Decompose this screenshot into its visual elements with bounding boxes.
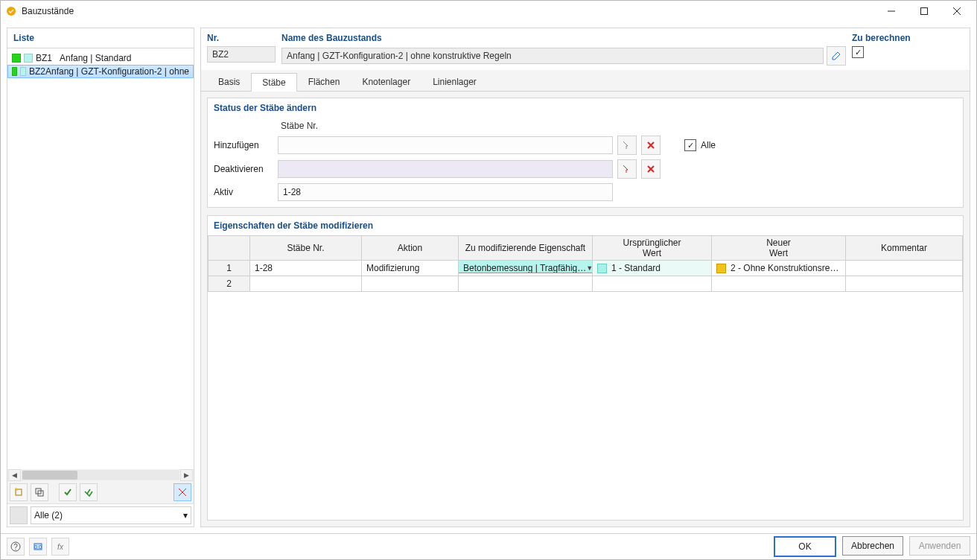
orig-swatch (597, 264, 607, 273)
section-modify-title: Eigenschaften der Stäbe modifizieren (208, 216, 963, 235)
delete-item-button[interactable] (174, 483, 191, 501)
row-num: 1 (209, 261, 250, 276)
row-label-active: Aktiv (214, 187, 273, 197)
status-swatch (12, 54, 21, 63)
clear-add-button[interactable] (641, 136, 661, 155)
chevron-down-icon: ▼ (586, 264, 592, 272)
table-row[interactable]: 1 1-28 Modifizierung Betonbemessung | Tr… (209, 261, 963, 276)
app-icon (5, 5, 17, 17)
row-label-add: Hinzufügen (214, 140, 273, 150)
minimize-button[interactable] (875, 1, 908, 22)
staebe-nr-header: Stäbe Nr. (278, 121, 613, 131)
alle-label: Alle (701, 140, 716, 150)
item-code: BZ1 (36, 53, 60, 63)
maximize-button[interactable] (908, 1, 941, 22)
scroll-track[interactable] (22, 470, 179, 480)
dropdown-item[interactable]: Betonbemessung | Knicklänge (459, 273, 593, 276)
pick-add-button[interactable] (617, 136, 637, 155)
nr-field[interactable]: BZ2 (207, 46, 276, 63)
col-prop[interactable]: Zu modifizierende Eigenschaft (459, 236, 593, 261)
svg-text:0,0: 0,0 (34, 544, 42, 550)
construction-stage-list[interactable]: BZ1 Anfang | Standard BZ2 Anfang | GZT-K… (7, 48, 194, 469)
cell-property-dropdown[interactable]: Betonbemessung | Tragfähig… ▼ Betonbemes… (459, 261, 593, 276)
tab-knotenlager[interactable]: Knotenlager (351, 72, 421, 91)
new-item-button[interactable] (10, 483, 28, 501)
item-code: BZ2 (29, 66, 45, 77)
cell-comment[interactable] (846, 261, 963, 276)
col-aktion[interactable]: Aktion (362, 236, 459, 261)
property-dropdown-menu[interactable]: Betonbemessung | Knicklänge Betonbemessu… (459, 273, 593, 276)
item-label: Anfang | GZT-Konfiguration-2 | ohne (45, 66, 189, 77)
cell-original[interactable]: 1 - Standard (593, 261, 712, 276)
tab-linienlager[interactable]: Linienlager (421, 72, 488, 91)
close-button[interactable] (941, 1, 973, 22)
dialog-footer: ? 0,0 fx OK Abbrechen Anwenden (1, 533, 976, 559)
deactivate-staebe-input[interactable] (278, 160, 613, 178)
status-swatch (24, 54, 33, 63)
section-status: Status der Stäbe ändern Stäbe Nr. Hinzuf… (207, 98, 964, 208)
col-comment[interactable]: Kommentar (846, 236, 963, 261)
alle-checkbox[interactable] (684, 139, 696, 151)
section-modify: Eigenschaften der Stäbe modifizieren Stä… (207, 215, 964, 521)
main: Nr. BZ2 Name des Bauzustands Anfang | GZ… (200, 28, 970, 527)
svg-text:?: ? (13, 543, 18, 551)
status-swatch (20, 67, 25, 76)
window-title: Bauzustände (22, 6, 74, 16)
tabs: Basis Stäbe Flächen Knotenlager Linienla… (201, 70, 970, 92)
window: Bauzustände Liste BZ1 Anfang | Standard (0, 0, 977, 560)
filter-color[interactable] (10, 506, 28, 524)
cell-aktion[interactable]: Modifizierung (362, 261, 459, 276)
list-item[interactable]: BZ2 Anfang | GZT-Konfiguration-2 | ohne (7, 65, 194, 78)
titlebar: Bauzustände (1, 1, 976, 22)
tab-flaechen[interactable]: Flächen (297, 72, 351, 91)
svg-rect-2 (921, 8, 928, 15)
calc-checkbox[interactable] (852, 46, 864, 58)
ok-button[interactable]: OK (774, 536, 836, 557)
scroll-thumb[interactable] (22, 471, 77, 480)
cell-new[interactable]: 2 - Ohne Konstruktionsre… (712, 261, 846, 276)
apply-button[interactable]: Anwenden (909, 536, 970, 556)
horizontal-scrollbar[interactable]: ◀ ▶ (7, 469, 194, 481)
check-single-button[interactable] (59, 483, 77, 501)
cell-staebe[interactable]: 1-28 (250, 261, 362, 276)
sidebar-header: Liste (7, 28, 194, 48)
add-staebe-input[interactable] (278, 136, 613, 154)
status-swatch (12, 67, 17, 76)
section-status-title: Status der Stäbe ändern (208, 98, 963, 118)
name-label: Name des Bauzustands (281, 33, 846, 46)
sidebar: Liste BZ1 Anfang | Standard BZ2 Anfang |… (7, 28, 194, 527)
help-button[interactable]: ? (7, 538, 25, 556)
col-new[interactable]: NeuerWert (712, 236, 846, 261)
col-orig[interactable]: UrsprünglicherWert (593, 236, 712, 261)
tab-basis[interactable]: Basis (207, 72, 251, 91)
modify-table[interactable]: Stäbe Nr. Aktion Zu modifizierende Eigen… (208, 235, 963, 292)
name-field[interactable]: Anfang | GZT-Konfiguration-2 | ohne kons… (281, 48, 824, 64)
cancel-button[interactable]: Abbrechen (842, 536, 903, 556)
calc-label: Zu berechnen (852, 33, 964, 46)
list-item[interactable]: BZ1 Anfang | Standard (7, 51, 194, 65)
tab-staebe[interactable]: Stäbe (251, 73, 296, 92)
units-button[interactable]: 0,0 (29, 538, 47, 556)
clear-deactivate-button[interactable] (641, 159, 661, 179)
col-staebe[interactable]: Stäbe Nr. (250, 236, 362, 261)
nr-label: Nr. (207, 33, 276, 46)
scroll-right[interactable]: ▶ (180, 469, 193, 481)
table-row[interactable]: 2 (209, 276, 963, 292)
svg-text:fx: fx (57, 543, 64, 551)
pick-deactivate-button[interactable] (617, 159, 637, 179)
item-label: Anfang | Standard (60, 53, 132, 63)
chevron-down-icon: ▾ (183, 510, 188, 521)
svg-rect-5 (16, 489, 22, 495)
function-button[interactable]: fx (51, 538, 69, 556)
copy-item-button[interactable] (31, 483, 48, 501)
scroll-left[interactable]: ◀ (8, 469, 21, 481)
new-swatch (716, 264, 726, 273)
filter-select[interactable]: Alle (2) ▾ (31, 506, 191, 524)
active-staebe-input[interactable]: 1-28 (278, 183, 613, 201)
row-label-deactivate: Deaktivieren (214, 164, 273, 174)
edit-name-button[interactable] (827, 46, 846, 66)
check-all-button[interactable] (80, 483, 98, 501)
row-num: 2 (209, 276, 250, 292)
filter-value: Alle (2) (34, 510, 63, 521)
